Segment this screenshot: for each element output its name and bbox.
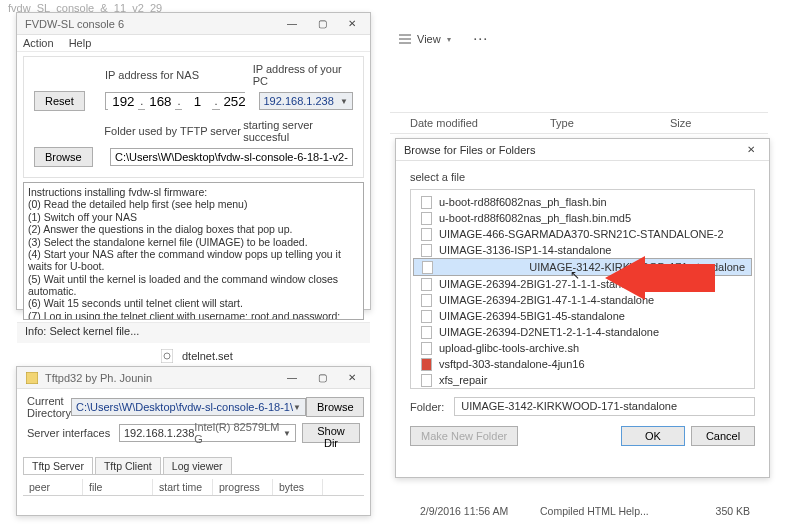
tabs: Tftp Server Tftp Client Log viewer [23,457,364,475]
minimize-button[interactable]: — [278,15,306,33]
make-new-folder-button[interactable]: Make New Folder [410,426,518,446]
view-icon [399,34,411,44]
file-item[interactable]: upload-glibc-tools-archive.sh [413,340,752,356]
more-menu[interactable]: ··· [474,33,489,45]
ip-octet-3[interactable] [182,93,212,110]
file-item[interactable]: xterm [413,388,752,389]
srvif-select[interactable]: 192.168.1.238 Intel(R) 82579LM G ▼ [119,424,296,442]
dialog-subtitle: select a file [410,171,755,183]
dialog-title: Browse for Files or Folders [404,144,535,156]
file-item-label: UIMAGE-26394-5BIG1-45-standalone [439,310,625,322]
file-icon [419,227,433,241]
menu-action[interactable]: Action [23,37,54,49]
close-button[interactable]: ✕ [338,15,366,33]
file-item-label: UIMAGE-26394-2BIG1-47-1-1-4-standalone [439,294,654,306]
svg-rect-13 [421,310,431,322]
dropdown-icon: ▼ [293,403,301,412]
svg-rect-12 [421,294,431,306]
file-icon [419,325,433,339]
svg-rect-14 [421,326,431,338]
dropdown-icon: ▼ [340,97,348,106]
curdir-label: Current Directory [27,395,71,419]
svg-rect-9 [421,244,431,256]
folder-label: Folder used by TFTP server [104,125,243,137]
col-start[interactable]: start time [153,479,213,495]
file-item[interactable]: UIMAGE-3136-ISP1-14-standalone [413,242,752,258]
file-item[interactable]: UIMAGE-26394-D2NET1-2-1-1-4-standalone [413,324,752,340]
browse-button[interactable]: Browse [34,147,93,167]
ip-pc-value: 192.168.1.238 [264,95,334,107]
col-bytes[interactable]: bytes [273,479,323,495]
file-icon [420,260,434,274]
file-type: Compiled HTML Help... [540,505,690,517]
ip-octet-2[interactable] [145,93,175,110]
reset-button[interactable]: Reset [34,91,85,111]
maximize-button[interactable]: ▢ [308,15,336,33]
menu-help[interactable]: Help [69,37,92,49]
tab-log[interactable]: Log viewer [163,457,232,474]
file-item-label: UIMAGE-466-SGARMADA370-SRN21C-STANDALONE… [439,228,724,240]
file-size: 350 KB [690,505,750,517]
view-label: View [417,33,441,45]
file-item[interactable]: UIMAGE-26394-5BIG1-45-standalone [413,308,752,324]
file-item[interactable]: UIMAGE-26394-2BIG1-47-1-1-4-standalone [413,292,752,308]
file-date: 2/9/2016 11:56 AM [420,505,540,517]
file-icon [419,277,433,291]
showdir-button[interactable]: Show Dir [302,423,360,443]
browse-button[interactable]: Browse [306,397,364,417]
file-icon [419,243,433,257]
file-list[interactable]: u-boot-rd88f6082nas_ph_flash.binu-boot-r… [410,189,755,389]
file-icon [419,195,433,209]
svg-rect-5 [26,372,38,384]
col-type[interactable]: Type [530,117,650,129]
ip-octet-1[interactable] [108,93,138,110]
window-title: FVDW-SL console 6 [25,18,124,30]
explorer-columns: Date modified Type Size [390,112,768,134]
file-item-label: UIMAGE-3136-ISP1-14-standalone [439,244,611,256]
folder-field[interactable]: UIMAGE-3142-KIRKWOOD-171-standalone [454,397,755,416]
file-item[interactable]: xfs_repair [413,372,752,388]
view-menu[interactable]: View ▾ [390,30,460,48]
file-item[interactable]: UIMAGE-466-SGARMADA370-SRN21C-STANDALONE… [413,226,752,242]
file-item[interactable]: u-boot-rd88f6082nas_ph_flash.bin [413,194,752,210]
ip-pc-label: IP address of your PC [253,63,353,87]
close-button[interactable]: ✕ [338,369,366,387]
svg-rect-6 [421,196,431,208]
maximize-button[interactable]: ▢ [308,369,336,387]
titlebar[interactable]: Tftpd32 by Ph. Jounin — ▢ ✕ [17,367,370,389]
col-size[interactable]: Size [650,117,740,129]
folder-path-input[interactable] [110,148,353,166]
ip-octet-4[interactable] [220,93,250,110]
tab-server[interactable]: Tftp Server [23,457,93,474]
svg-rect-16 [421,358,431,370]
col-file[interactable]: file [83,479,153,495]
file-icon [419,357,433,371]
file-item-label: UIMAGE-26394-2BIG1-27-1-1-1-standalone [439,278,654,290]
file-icon [419,211,433,225]
close-button[interactable]: ✕ [737,141,765,159]
col-date[interactable]: Date modified [390,117,530,129]
file-item[interactable]: vsftpd-303-standalone-4jun16 [413,356,752,372]
col-progress[interactable]: progress [213,479,273,495]
titlebar[interactable]: FVDW-SL console 6 — ▢ ✕ [17,13,370,35]
file-item[interactable]: UIMAGE-26394-2BIG1-27-1-1-1-standalone [413,276,752,292]
srvif-ip: 192.168.1.238 [124,427,194,439]
svg-rect-7 [421,212,431,224]
ip-pc-select[interactable]: 192.168.1.238▼ [259,92,354,110]
ip-nas-input[interactable]: . . . [105,92,245,110]
titlebar[interactable]: Browse for Files or Folders ✕ [396,139,769,161]
file-item[interactable]: u-boot-rd88f6082nas_ph_flash.bin.md5 [413,210,752,226]
info-bar: Info: Select kernel file... [17,322,370,343]
curdir-select[interactable]: C:\Users\W\Desktop\fvdw-sl-console-6-18-… [71,398,306,416]
srvif-nic: Intel(R) 82579LM G [194,421,283,445]
menubar: Action Help [17,35,370,52]
file-icon [419,293,433,307]
col-peer[interactable]: peer [23,479,83,495]
ok-button[interactable]: OK [621,426,685,446]
file-item[interactable]: UIMAGE-3142-KIRKWOOD-171-standalone [413,258,752,276]
minimize-button[interactable]: — [278,369,306,387]
svg-rect-17 [421,374,431,386]
tab-client[interactable]: Tftp Client [95,457,161,474]
instructions-text[interactable]: Instructions installing fvdw-sl firmware… [23,182,364,320]
cancel-button[interactable]: Cancel [691,426,755,446]
